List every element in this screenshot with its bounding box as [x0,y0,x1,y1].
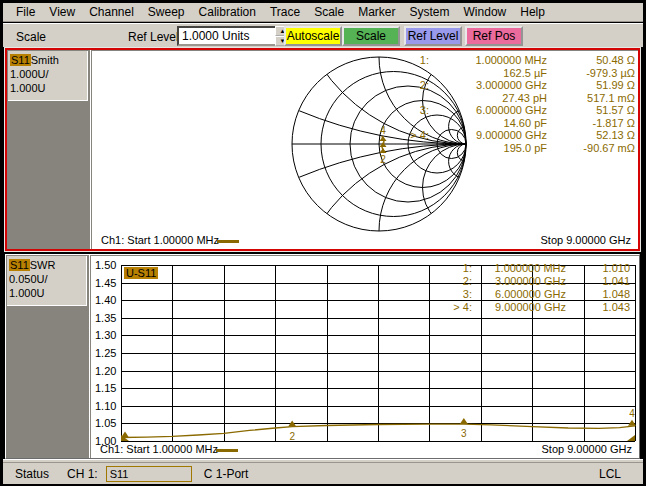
y-axis-tick-label: 1.20 [95,365,121,377]
trace-id-badge: S11 [10,54,31,66]
marker-readout-row: 27.43 pH517.1 mΩ [387,92,635,105]
measurement-box[interactable]: S11 [106,466,192,482]
channel-label: CH 1: [67,467,98,481]
scale-button[interactable]: Scale [342,26,400,46]
menu-item-view[interactable]: View [42,4,82,20]
menu-item-file[interactable]: File [9,4,42,20]
marker-readout-row: 3:6.000000 GHz51.57 Ω [387,104,635,117]
trace-color-key [217,240,239,243]
smith-plot-area[interactable]: 42 1:1.000000 MHz50.48 Ω162.5 µF-979.3 µ… [91,50,638,249]
swr-trace-sidebar: S11SWR 0.050U/ 1.000U [6,255,90,458]
trace-ref-label: 1.000U [10,81,87,95]
menu-item-trace[interactable]: Trace [263,4,307,20]
trace-scale-label: 1.000U/ [10,67,87,81]
cal-status-label: C 1-Port [204,467,249,481]
swr-stimulus-bar: Ch1: Start 1.00000 MHz Stop 9.00000 GHz [91,442,639,458]
smith-trace-info[interactable]: S11Smith 1.000U/ 1.000U [8,51,88,101]
y-axis-tick-label: 1.50 [95,259,121,271]
smith-trace-sidebar: S11Smith 1.000U/ 1.000U [7,50,91,249]
y-axis-tick-label: 1.30 [95,329,121,341]
ref-level-button[interactable]: Ref Level [404,26,462,46]
svg-text:2: 2 [380,154,386,165]
marker-readout-row: 1:1.000000 MHz1.010 [432,262,630,275]
y-axis-tick-label: 1.05 [95,417,121,429]
marker-readout-row: > 4:9.000000 GHz52.13 Ω [387,129,635,142]
svg-text:3: 3 [461,428,467,439]
smith-chart-panel[interactable]: S11Smith 1.000U/ 1.000U 42 1:1.000000 MH… [5,48,640,251]
marker-readout-row: 14.60 pF-1.817 Ω [387,117,635,130]
stop-frequency-label: Stop 9.00000 GHz [541,443,632,455]
swr-trace-info[interactable]: S11SWR 0.050U/ 1.000U [7,256,87,306]
swr-panel[interactable]: S11SWR 0.050U/ 1.000U 234 U-S11 1:1.0000… [5,254,640,459]
smith-marker-readout: 1:1.000000 MHz50.48 Ω162.5 µF-979.3 µΩ2:… [387,54,635,154]
start-frequency-label: Ch1: Start 1.00000 MHz [101,234,219,246]
trace-scale-label: 0.050U/ [9,272,86,286]
menu-bar: FileViewChannelSweepCalibrationTraceScal… [3,3,643,22]
y-axis-tick-label: 1.10 [95,400,121,412]
toolbar: Scale Ref Level 1.0000 Units ▲ ▼ Autosca… [3,23,643,47]
lcl-mode-label: LCL [599,467,621,481]
trace-ref-label: 1.000U [9,286,86,300]
menu-item-scale[interactable]: Scale [307,4,351,20]
marker-readout-row: 2:3.000000 GHz51.99 Ω [387,79,635,92]
marker-readout-row: > 4:9.000000 GHz1.043 [432,301,630,314]
menu-item-marker[interactable]: Marker [351,4,402,20]
y-axis-tick-label: 1.15 [95,382,121,394]
app-window: FileViewChannelSweepCalibrationTraceScal… [0,0,646,486]
menu-item-system[interactable]: System [403,4,457,20]
trace-color-key [216,449,238,452]
y-axis-tick-label: 1.00 [95,435,121,447]
svg-text:2: 2 [289,431,295,442]
ref-pos-button[interactable]: Ref Pos [465,26,523,46]
y-axis-tick-label: 1.35 [95,312,121,324]
toolbar-title: Scale [16,30,46,44]
trace-format-label: Smith [31,54,59,66]
menu-item-calibration[interactable]: Calibration [192,4,263,20]
svg-text:4: 4 [380,125,386,136]
menu-item-channel[interactable]: Channel [82,4,141,20]
swr-marker-readout: 1:1.000000 MHz1.0102:3.000000 GHz1.0413:… [432,262,630,314]
swr-plot-area[interactable]: 234 U-S11 1:1.000000 MHz1.0102:3.000000 … [90,255,639,458]
trace-name-badge: U-S11 [124,267,158,279]
stop-frequency-label: Stop 9.00000 GHz [540,234,631,246]
ref-level-label: Ref Level [128,30,179,44]
status-bar: Status CH 1: S11 C 1-Port LCL [3,462,643,484]
y-axis-tick-label: 1.40 [95,294,121,306]
marker-readout-row: 195.0 pF-90.67 mΩ [387,142,635,155]
marker-readout-row: 1:1.000000 MHz50.48 Ω [387,54,635,67]
marker-readout-row: 2:3.000000 GHz1.041 [432,275,630,288]
svg-text:4: 4 [629,408,635,419]
ref-level-input[interactable]: 1.0000 Units [177,26,279,46]
menu-item-window[interactable]: Window [457,4,514,20]
trace-id-badge: S11 [9,259,30,271]
marker-readout-row: 3:6.000000 GHz1.048 [432,288,630,301]
autoscale-button[interactable]: Autoscale [284,26,342,46]
marker-readout-row: 162.5 µF-979.3 µΩ [387,67,635,80]
status-label: Status [15,467,49,481]
smith-stimulus-bar: Ch1: Start 1.00000 MHz Stop 9.00000 GHz [92,233,638,249]
y-axis-tick-label: 1.25 [95,347,121,359]
trace-format-label: SWR [30,259,56,271]
y-axis-tick-label: 1.45 [95,277,121,289]
menu-item-sweep[interactable]: Sweep [141,4,192,20]
menu-item-help[interactable]: Help [513,4,552,20]
